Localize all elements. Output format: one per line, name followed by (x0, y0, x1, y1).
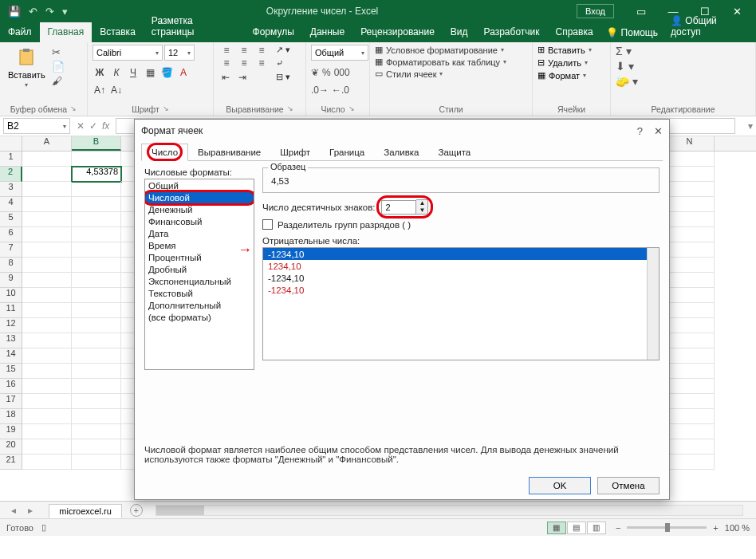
cell[interactable] (72, 197, 121, 212)
align-left-icon[interactable]: ≡ (219, 57, 234, 69)
tab-insert[interactable]: Вставка (92, 22, 144, 42)
row-header[interactable]: 5 (0, 212, 22, 227)
cell[interactable] (665, 424, 715, 439)
cell[interactable] (72, 455, 121, 470)
align-middle-icon[interactable]: ≡ (236, 45, 252, 56)
negative-list-item[interactable]: -1234,10 (263, 284, 659, 296)
row-header[interactable]: 2 (0, 167, 22, 182)
row-header[interactable]: 8 (0, 258, 22, 273)
autosum-icon[interactable]: Σ ▾ (616, 45, 638, 57)
neg-list-scrollbar[interactable] (647, 248, 659, 360)
cell[interactable] (22, 364, 72, 379)
negative-list-item[interactable]: -1234,10 (263, 248, 659, 260)
tab-data[interactable]: Данные (302, 22, 352, 42)
redo-icon[interactable]: ↷ (45, 6, 54, 18)
new-sheet-button[interactable]: + (130, 504, 143, 517)
cell[interactable] (72, 212, 121, 227)
fill-icon[interactable]: ⬇ ▾ (616, 60, 638, 73)
format-painter-icon[interactable]: 🖌 (52, 75, 65, 87)
dialog-tab-protect[interactable]: Защита (429, 144, 481, 160)
row-header[interactable]: 11 (0, 303, 22, 318)
row-header[interactable]: 19 (0, 424, 22, 439)
cell[interactable] (665, 288, 715, 303)
underline-button[interactable]: Ч (126, 67, 140, 78)
cell[interactable] (72, 409, 121, 424)
tab-formulas[interactable]: Формулы (245, 22, 302, 42)
align-dialog-launcher-icon[interactable]: ↘ (287, 104, 293, 114)
tab-review[interactable]: Рецензирование (352, 22, 443, 42)
view-pagebreak-icon[interactable]: ▥ (587, 522, 606, 534)
align-center-icon[interactable]: ≡ (236, 57, 252, 69)
font-color-button[interactable]: A (176, 67, 191, 78)
row-header[interactable]: 21 (0, 455, 22, 470)
select-all-cell[interactable] (0, 136, 22, 151)
name-box[interactable]: B2▾ (3, 118, 70, 134)
cell-styles-button[interactable]: ▭ Стили ячеек ▾ (375, 69, 506, 79)
fx-cancel-icon[interactable]: ✕ (77, 120, 85, 132)
zoom-slider[interactable] (627, 526, 707, 529)
cell[interactable] (665, 167, 715, 182)
column-header[interactable]: A (22, 136, 72, 151)
fill-color-button[interactable]: 🪣 (159, 67, 174, 78)
tab-layout[interactable]: Разметка страницы (144, 11, 245, 42)
tab-file[interactable]: Файл (0, 22, 40, 42)
number-dialog-launcher-icon[interactable]: ↘ (348, 104, 355, 114)
cell[interactable] (22, 212, 72, 227)
cell[interactable] (665, 227, 715, 242)
format-list-item[interactable]: Финансовый (145, 215, 254, 227)
cell[interactable] (72, 318, 121, 333)
cell[interactable] (22, 455, 72, 470)
row-header[interactable]: 4 (0, 197, 22, 212)
format-list-item[interactable]: Текстовый (145, 287, 254, 299)
cell[interactable] (665, 273, 715, 288)
cell[interactable] (665, 242, 715, 258)
cell[interactable] (665, 409, 715, 424)
align-top-icon[interactable]: ≡ (219, 45, 234, 56)
row-header[interactable]: 14 (0, 348, 22, 364)
decimals-input[interactable] (381, 200, 416, 215)
cell[interactable] (665, 364, 715, 379)
cell[interactable] (22, 318, 72, 333)
cell[interactable] (72, 182, 121, 197)
cell[interactable] (665, 455, 715, 470)
cell[interactable] (22, 303, 72, 318)
row-header[interactable]: 13 (0, 333, 22, 348)
cell[interactable] (22, 197, 72, 212)
bold-button[interactable]: Ж (93, 67, 107, 78)
format-list-item[interactable]: Экспоненциальный (145, 275, 254, 287)
view-pagelayout-icon[interactable]: ▤ (567, 522, 586, 534)
row-header[interactable]: 18 (0, 409, 22, 424)
decimals-spinner[interactable]: ▲▼ (381, 199, 428, 215)
dialog-help-icon[interactable]: ? (637, 125, 643, 137)
cut-icon[interactable]: ✂ (52, 46, 65, 58)
percent-icon[interactable]: % (322, 67, 331, 78)
cell[interactable] (22, 288, 72, 303)
dialog-close-icon[interactable]: ✕ (654, 125, 663, 137)
spinner-down-icon[interactable]: ▼ (416, 207, 427, 215)
ribbon-options-icon[interactable]: ▭ (625, 6, 657, 18)
cell[interactable] (665, 258, 715, 273)
currency-icon[interactable]: ❦ (311, 67, 319, 78)
cell[interactable] (72, 258, 121, 273)
tab-home[interactable]: Главная (40, 22, 93, 42)
cell[interactable] (72, 227, 121, 242)
cell[interactable] (22, 409, 72, 424)
cell[interactable] (665, 439, 715, 455)
column-header[interactable]: B (72, 136, 121, 151)
qat-dropdown-icon[interactable]: ▾ (62, 6, 68, 18)
fx-icon[interactable]: fx (102, 120, 109, 132)
cell[interactable] (22, 273, 72, 288)
decrease-decimal-icon[interactable]: ←.0 (332, 85, 349, 96)
number-formats-list[interactable]: ОбщийЧисловойДенежныйФинансовыйДатаВремя… (144, 179, 254, 370)
tell-me-icon[interactable]: 💡 Помощь (601, 23, 663, 42)
cell[interactable] (22, 348, 72, 364)
dialog-tab-font[interactable]: Шрифт (270, 144, 320, 160)
format-list-item[interactable]: Процентный (145, 251, 254, 263)
border-button[interactable]: ▦ (143, 67, 157, 78)
cell[interactable] (22, 182, 72, 197)
row-header[interactable]: 6 (0, 227, 22, 242)
thousands-separator-checkbox[interactable] (262, 219, 273, 230)
dialog-tab-align[interactable]: Выравнивание (188, 144, 270, 160)
cell[interactable] (22, 439, 72, 455)
font-size-combo[interactable]: 12▾ (164, 45, 195, 61)
